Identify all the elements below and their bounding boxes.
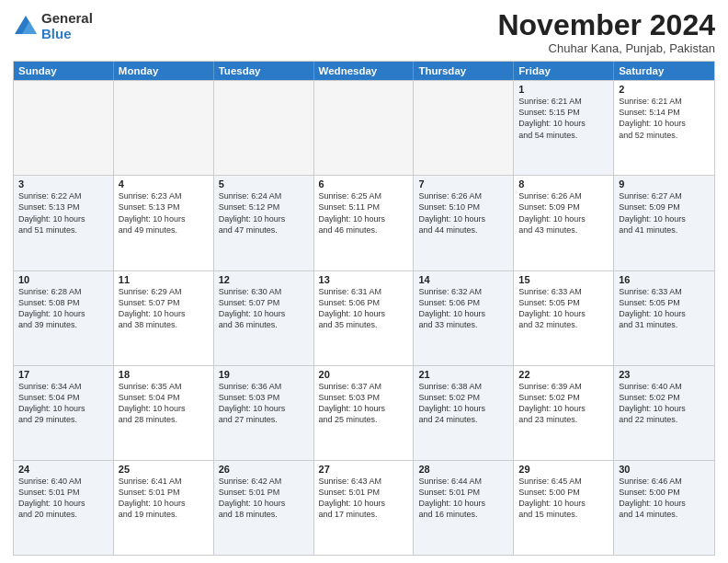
day-number: 5 (219, 178, 309, 190)
calendar-cell: 12Sunrise: 6:30 AM Sunset: 5:07 PM Dayli… (214, 271, 314, 365)
day-number: 21 (418, 369, 508, 380)
calendar-header-cell: Friday (514, 62, 614, 80)
calendar-cell (114, 81, 214, 175)
calendar-cell: 28Sunrise: 6:44 AM Sunset: 5:01 PM Dayli… (414, 461, 514, 555)
day-info: Sunrise: 6:21 AM Sunset: 5:15 PM Dayligh… (518, 96, 609, 141)
day-info: Sunrise: 6:24 AM Sunset: 5:12 PM Dayligh… (219, 190, 309, 236)
day-number: 1 (518, 84, 609, 95)
day-number: 24 (18, 464, 108, 475)
header: General Blue November 2024 Chuhar Kana, … (13, 9, 715, 55)
calendar: SundayMondayTuesdayWednesdayThursdayFrid… (13, 61, 715, 556)
calendar-body: 1Sunrise: 6:21 AM Sunset: 5:15 PM Daylig… (14, 80, 714, 555)
calendar-header-cell: Wednesday (314, 62, 415, 80)
calendar-cell: 30Sunrise: 6:46 AM Sunset: 5:00 PM Dayli… (614, 461, 714, 555)
day-number: 28 (418, 464, 508, 475)
day-number: 19 (219, 369, 309, 380)
calendar-cell: 6Sunrise: 6:25 AM Sunset: 5:11 PM Daylig… (314, 176, 415, 270)
day-info: Sunrise: 6:25 AM Sunset: 5:11 PM Dayligh… (319, 190, 409, 236)
calendar-cell: 11Sunrise: 6:29 AM Sunset: 5:07 PM Dayli… (114, 271, 214, 365)
calendar-cell: 17Sunrise: 6:34 AM Sunset: 5:04 PM Dayli… (14, 366, 114, 460)
title-area: November 2024 Chuhar Kana, Punjab, Pakis… (497, 9, 715, 55)
day-number: 12 (219, 274, 309, 285)
calendar-header-cell: Saturday (614, 62, 714, 80)
month-title: November 2024 (497, 9, 715, 41)
day-number: 11 (119, 274, 209, 285)
day-number: 23 (619, 369, 710, 380)
calendar-cell: 10Sunrise: 6:28 AM Sunset: 5:08 PM Dayli… (14, 271, 114, 365)
calendar-cell: 7Sunrise: 6:26 AM Sunset: 5:10 PM Daylig… (414, 176, 514, 270)
day-number: 9 (619, 178, 710, 190)
day-number: 3 (18, 178, 108, 190)
calendar-cell: 21Sunrise: 6:38 AM Sunset: 5:02 PM Dayli… (414, 366, 514, 460)
calendar-row: 10Sunrise: 6:28 AM Sunset: 5:08 PM Dayli… (14, 270, 714, 365)
day-info: Sunrise: 6:44 AM Sunset: 5:01 PM Dayligh… (418, 476, 508, 521)
day-info: Sunrise: 6:40 AM Sunset: 5:01 PM Dayligh… (18, 476, 108, 521)
logo: General Blue (13, 11, 93, 41)
logo-icon (13, 14, 39, 40)
calendar-cell: 13Sunrise: 6:31 AM Sunset: 5:06 PM Dayli… (314, 271, 415, 365)
day-number: 20 (319, 369, 409, 380)
day-info: Sunrise: 6:27 AM Sunset: 5:09 PM Dayligh… (619, 190, 710, 236)
day-info: Sunrise: 6:36 AM Sunset: 5:03 PM Dayligh… (219, 381, 309, 426)
calendar-cell: 23Sunrise: 6:40 AM Sunset: 5:02 PM Dayli… (614, 366, 714, 460)
day-number: 29 (518, 464, 609, 475)
day-number: 17 (18, 369, 108, 380)
day-info: Sunrise: 6:21 AM Sunset: 5:14 PM Dayligh… (619, 96, 710, 141)
day-number: 6 (319, 178, 409, 190)
calendar-cell (314, 81, 415, 175)
day-info: Sunrise: 6:26 AM Sunset: 5:09 PM Dayligh… (518, 190, 609, 236)
day-number: 14 (418, 274, 508, 285)
calendar-cell: 2Sunrise: 6:21 AM Sunset: 5:14 PM Daylig… (614, 81, 714, 175)
day-number: 15 (518, 274, 609, 285)
day-info: Sunrise: 6:22 AM Sunset: 5:13 PM Dayligh… (18, 190, 108, 236)
calendar-cell: 25Sunrise: 6:41 AM Sunset: 5:01 PM Dayli… (114, 461, 214, 555)
calendar-cell: 5Sunrise: 6:24 AM Sunset: 5:12 PM Daylig… (214, 176, 314, 270)
calendar-cell: 19Sunrise: 6:36 AM Sunset: 5:03 PM Dayli… (214, 366, 314, 460)
calendar-cell: 18Sunrise: 6:35 AM Sunset: 5:04 PM Dayli… (114, 366, 214, 460)
calendar-cell (214, 81, 314, 175)
day-info: Sunrise: 6:32 AM Sunset: 5:06 PM Dayligh… (418, 286, 508, 331)
day-info: Sunrise: 6:42 AM Sunset: 5:01 PM Dayligh… (219, 476, 309, 521)
day-info: Sunrise: 6:45 AM Sunset: 5:00 PM Dayligh… (518, 476, 609, 521)
day-info: Sunrise: 6:33 AM Sunset: 5:05 PM Dayligh… (619, 286, 710, 331)
day-info: Sunrise: 6:35 AM Sunset: 5:04 PM Dayligh… (119, 381, 209, 426)
page: General Blue November 2024 Chuhar Kana, … (0, 0, 728, 563)
day-number: 2 (619, 84, 710, 95)
calendar-cell: 3Sunrise: 6:22 AM Sunset: 5:13 PM Daylig… (14, 176, 114, 270)
calendar-cell: 4Sunrise: 6:23 AM Sunset: 5:13 PM Daylig… (114, 176, 214, 270)
day-number: 30 (619, 464, 710, 475)
calendar-cell: 22Sunrise: 6:39 AM Sunset: 5:02 PM Dayli… (514, 366, 614, 460)
day-info: Sunrise: 6:41 AM Sunset: 5:01 PM Dayligh… (119, 476, 209, 521)
day-number: 7 (418, 178, 508, 190)
calendar-header-cell: Monday (114, 62, 214, 80)
day-number: 26 (219, 464, 309, 475)
day-info: Sunrise: 6:39 AM Sunset: 5:02 PM Dayligh… (518, 381, 609, 426)
calendar-header-cell: Tuesday (214, 62, 314, 80)
calendar-cell: 15Sunrise: 6:33 AM Sunset: 5:05 PM Dayli… (514, 271, 614, 365)
day-info: Sunrise: 6:34 AM Sunset: 5:04 PM Dayligh… (18, 381, 108, 426)
calendar-header-row: SundayMondayTuesdayWednesdayThursdayFrid… (14, 62, 714, 80)
calendar-cell (14, 81, 114, 175)
calendar-header-cell: Sunday (14, 62, 114, 80)
day-number: 27 (319, 464, 409, 475)
calendar-row: 17Sunrise: 6:34 AM Sunset: 5:04 PM Dayli… (14, 365, 714, 460)
calendar-cell (414, 81, 514, 175)
logo-text: General Blue (41, 11, 93, 41)
calendar-header-cell: Thursday (414, 62, 514, 80)
day-info: Sunrise: 6:33 AM Sunset: 5:05 PM Dayligh… (518, 286, 609, 331)
calendar-cell: 29Sunrise: 6:45 AM Sunset: 5:00 PM Dayli… (514, 461, 614, 555)
day-info: Sunrise: 6:40 AM Sunset: 5:02 PM Dayligh… (619, 381, 710, 426)
day-number: 25 (119, 464, 209, 475)
calendar-row: 1Sunrise: 6:21 AM Sunset: 5:15 PM Daylig… (14, 80, 714, 175)
calendar-row: 3Sunrise: 6:22 AM Sunset: 5:13 PM Daylig… (14, 175, 714, 270)
day-info: Sunrise: 6:31 AM Sunset: 5:06 PM Dayligh… (319, 286, 409, 331)
day-info: Sunrise: 6:46 AM Sunset: 5:00 PM Dayligh… (619, 476, 710, 521)
day-info: Sunrise: 6:23 AM Sunset: 5:13 PM Dayligh… (119, 190, 209, 236)
calendar-cell: 1Sunrise: 6:21 AM Sunset: 5:15 PM Daylig… (514, 81, 614, 175)
location: Chuhar Kana, Punjab, Pakistan (497, 41, 715, 55)
calendar-row: 24Sunrise: 6:40 AM Sunset: 5:01 PM Dayli… (14, 460, 714, 555)
calendar-cell: 20Sunrise: 6:37 AM Sunset: 5:03 PM Dayli… (314, 366, 415, 460)
calendar-cell: 8Sunrise: 6:26 AM Sunset: 5:09 PM Daylig… (514, 176, 614, 270)
calendar-cell: 26Sunrise: 6:42 AM Sunset: 5:01 PM Dayli… (214, 461, 314, 555)
day-number: 16 (619, 274, 710, 285)
